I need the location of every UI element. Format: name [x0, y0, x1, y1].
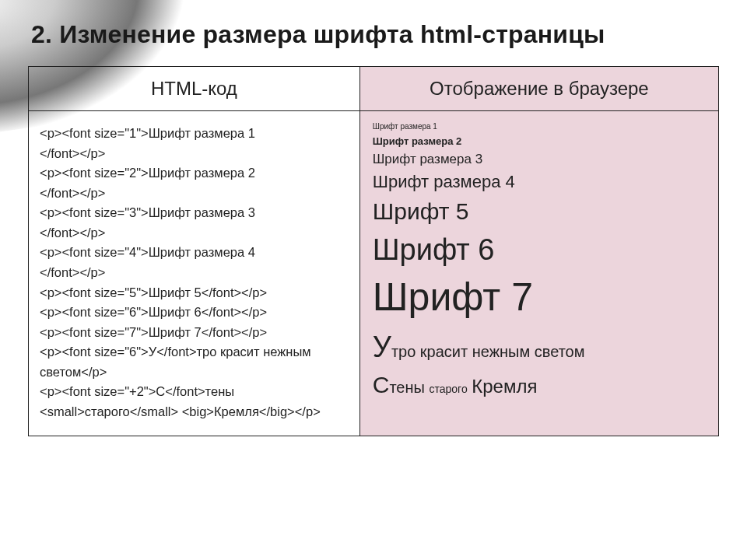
code-line: <p><font size="+2">С</font>тены <small>с…: [40, 382, 349, 422]
render-size-6: Шрифт 6: [373, 229, 706, 270]
render-cell: Шрифт размера 1 Шрифт размера 2 Шрифт ра…: [359, 111, 718, 436]
dropcap-u: У: [373, 331, 391, 363]
code-line: <p><font size="7">Шрифт 7</font></p>: [40, 323, 349, 343]
line9-a: тены: [389, 379, 429, 396]
code-line: </font></p>: [40, 263, 349, 283]
table-header-row: HTML-код Отображение в браузере: [29, 67, 719, 111]
header-left: HTML-код: [29, 67, 360, 111]
table-body-row: <p><font size="1">Шрифт размера 1 </font…: [29, 111, 719, 436]
code-line: <p><font size="1">Шрифт размера 1: [40, 124, 349, 144]
header-right: Отображение в браузере: [359, 67, 718, 111]
code-line: <p><font size="4">Шрифт размера 4: [40, 243, 349, 263]
render-size-2: Шрифт размера 2: [373, 135, 706, 149]
render-size-4: Шрифт размера 4: [373, 170, 706, 194]
code-line: <p><font size="3">Шрифт размера 3: [40, 203, 349, 223]
comparison-table: HTML-код Отображение в браузере <p><font…: [28, 66, 719, 436]
slide-title: 2. Изменение размера шрифта html-страниц…: [31, 20, 719, 49]
render-dropcap-line-1: Утро красит нежным светом: [373, 331, 706, 364]
render-dropcap-line-2: Стены старого Кремля: [373, 372, 706, 398]
html-code-cell: <p><font size="1">Шрифт размера 1 </font…: [29, 111, 360, 436]
line9-big: Кремля: [472, 376, 537, 397]
code-line: </font></p>: [40, 223, 349, 243]
slide-content: 2. Изменение размера шрифта html-страниц…: [0, 0, 747, 436]
line9-small: старого: [429, 383, 467, 395]
code-line: </font></p>: [40, 144, 349, 164]
code-line: <p><font size="6">Шрифт 6</font></p>: [40, 303, 349, 323]
code-line: <p><font size="5">Шрифт 5</font></p>: [40, 283, 349, 303]
code-line: </font></p>: [40, 184, 349, 204]
line8-rest: тро красит нежным светом: [391, 343, 585, 360]
dropcap-c: С: [373, 372, 390, 397]
code-line: <p><font size="2">Шрифт размера 2: [40, 163, 349, 184]
render-size-1: Шрифт размера 1: [373, 121, 706, 133]
render-size-3: Шрифт размера 3: [373, 150, 706, 169]
render-size-5: Шрифт 5: [373, 195, 706, 228]
code-line: <p><font size="6">У</font>тро красит неж…: [40, 342, 349, 382]
render-size-7: Шрифт 7: [373, 271, 706, 323]
